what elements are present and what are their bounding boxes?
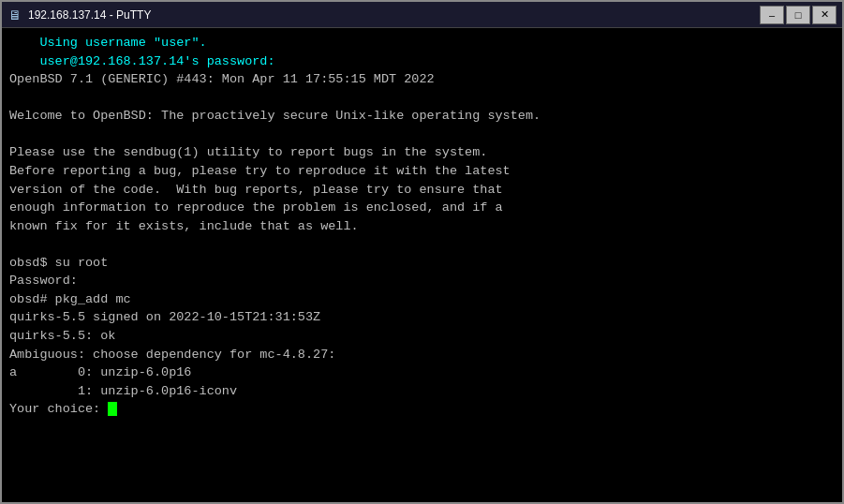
terminal-line-20: Your choice: xyxy=(9,400,835,419)
terminal-line-12: obsd$ su root xyxy=(9,254,835,273)
terminal-line-9: enough information to reproduce the prob… xyxy=(9,199,835,217)
terminal-line-16: quirks-5.5: ok xyxy=(9,327,835,346)
terminal-line-14: obsd# pkg_add mc xyxy=(9,290,835,309)
terminal-line-15: quirks-5.5 signed on 2022-10-15T21:31:53… xyxy=(9,308,835,327)
terminal-line-3 xyxy=(9,89,835,108)
terminal-line-7: Before reporting a bug, please try to re… xyxy=(9,162,835,181)
titlebar-controls: – □ ✕ xyxy=(760,6,837,24)
terminal-cursor xyxy=(108,402,117,416)
titlebar-left: 🖥 192.168.137.14 - PuTTY xyxy=(7,7,151,22)
putty-window: 🖥 192.168.137.14 - PuTTY – □ ✕ Using use… xyxy=(0,0,844,504)
close-button[interactable]: ✕ xyxy=(812,6,837,24)
window-title: 192.168.137.14 - PuTTY xyxy=(28,8,151,22)
putty-icon: 🖥 xyxy=(7,7,22,22)
maximize-button[interactable]: □ xyxy=(786,6,810,24)
terminal-line-19: 1: unzip-6.0p16-iconv xyxy=(9,382,835,401)
terminal-line-8: version of the code. With bug reports, p… xyxy=(9,181,835,200)
terminal-line-4: Welcome to OpenBSD: The proactively secu… xyxy=(9,107,835,126)
terminal-line-18: a 0: unzip-6.0p16 xyxy=(9,363,835,382)
terminal-line-1: user@192.168.137.14's password: xyxy=(9,52,835,71)
titlebar: 🖥 192.168.137.14 - PuTTY – □ ✕ xyxy=(2,2,842,28)
minimize-button[interactable]: – xyxy=(760,6,784,24)
terminal-line-2: OpenBSD 7.1 (GENERIC) #443: Mon Apr 11 1… xyxy=(9,70,835,89)
terminal-output[interactable]: Using username "user". user@192.168.137.… xyxy=(2,28,842,502)
terminal-line-11 xyxy=(9,235,835,254)
terminal-line-17: Ambiguous: choose dependency for mc-4.8.… xyxy=(9,346,835,364)
terminal-line-13: Password: xyxy=(9,272,835,290)
terminal-line-0: Using username "user". xyxy=(9,34,835,52)
terminal-line-5 xyxy=(9,126,835,144)
terminal-line-6: Please use the sendbug(1) utility to rep… xyxy=(9,143,835,162)
terminal-line-10: known fix for it exists, include that as… xyxy=(9,217,835,236)
